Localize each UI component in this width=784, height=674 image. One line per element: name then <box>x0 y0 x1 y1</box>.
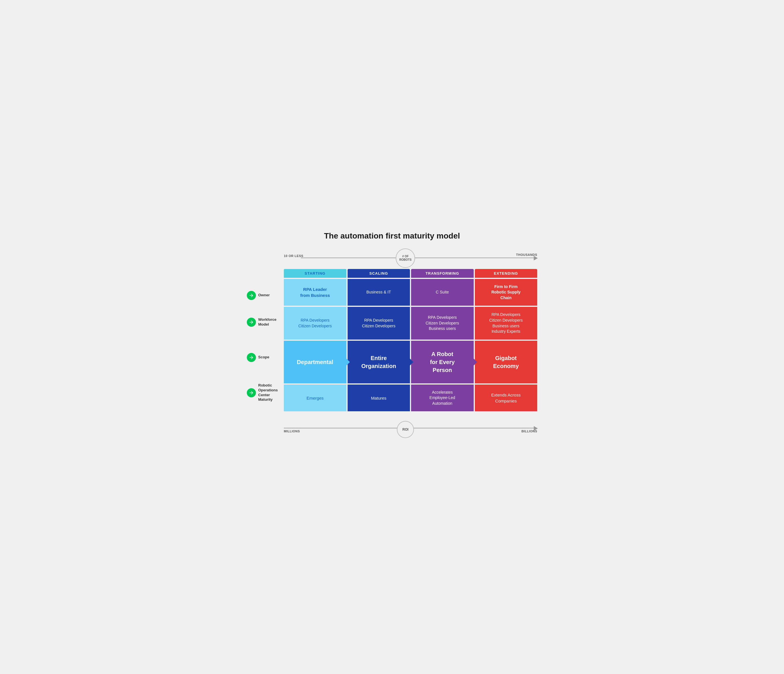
scope-starting-cell: Departmental <box>284 341 347 384</box>
owner-extending-cell: Firm to FirmRobotic SupplyChain <box>475 279 537 306</box>
owner-starting-cell: RPA Leaderfrom Business <box>284 279 347 306</box>
col-header-transforming: TRANSFORMING <box>411 269 474 278</box>
scope-arrow-icon <box>247 353 256 362</box>
page-title: The automation first maturity model <box>247 231 537 241</box>
roc-starting-cell: Emerges <box>284 385 347 412</box>
workforce-transforming-cell: RPA DevelopersCitizen DevelopersBusiness… <box>411 307 474 339</box>
col-header-starting: STARTING <box>284 269 347 278</box>
owner-row-label: Owner <box>247 283 284 308</box>
scope-transforming-cell: A Robotfor EveryPerson <box>411 341 474 384</box>
top-axis-line <box>301 258 537 258</box>
workforce-row: RPA DevelopersCitizen Developers RPA Dev… <box>284 307 537 339</box>
scope-label-text: Scope <box>258 355 269 360</box>
main-container: The automation first maturity model 10 O… <box>235 223 549 452</box>
grid-wrapper: Owner WorkforceModel Scope <box>247 269 537 412</box>
roi-circle: ROI <box>397 421 414 438</box>
roc-arrow-icon <box>247 388 256 398</box>
robots-circle: # OFROBOTS <box>396 248 415 268</box>
scope-row-label: Scope <box>247 336 284 379</box>
workforce-arrow-icon <box>247 318 256 327</box>
owner-transforming-cell: C Suite <box>411 279 474 306</box>
scope-scaling-cell: EntireOrganization <box>348 341 410 384</box>
workforce-row-label: WorkforceModel <box>247 309 284 335</box>
owner-row: RPA Leaderfrom Business Business & IT C … <box>284 279 537 306</box>
bottom-axis: MILLIONS BILLIONS ROI <box>284 414 537 437</box>
scope-extending-cell: GigabotEconomy <box>475 341 537 384</box>
workforce-extending-cell: RPA DevelopersCitizen DevelopersBusiness… <box>475 307 537 339</box>
owner-label-text: Owner <box>258 293 269 298</box>
top-axis-right-label: THOUSANDS <box>516 253 537 256</box>
roc-label-text: RoboticOperationsCenterMaturity <box>258 383 278 402</box>
roc-scaling-cell: Matures <box>348 385 410 412</box>
owner-scaling-cell: Business & IT <box>348 279 410 306</box>
grid-main: STARTING SCALING TRANSFORMING EXTENDING … <box>284 269 537 412</box>
bottom-axis-left-label: MILLIONS <box>284 430 300 433</box>
roc-row-label: RoboticOperationsCenterMaturity <box>247 380 284 405</box>
workforce-scaling-cell: RPA DevelopersCitizen Developers <box>348 307 410 339</box>
owner-arrow-icon <box>247 291 256 300</box>
col-header-scaling: SCALING <box>348 269 410 278</box>
column-headers: STARTING SCALING TRANSFORMING EXTENDING <box>284 269 537 278</box>
workforce-starting-cell: RPA DevelopersCitizen Developers <box>284 307 347 339</box>
top-axis-left-label: 10 OR LESS <box>284 254 303 258</box>
workforce-label-text: WorkforceModel <box>258 317 277 327</box>
roc-extending-cell: Extends AcrossCompanies <box>475 385 537 412</box>
bottom-axis-right-label: BILLIONS <box>521 430 537 433</box>
roc-transforming-cell: AcceleratesEmployee-LedAutomation <box>411 385 474 412</box>
scope-row: Departmental EntireOrganization A Robotf… <box>284 341 537 384</box>
col-header-extending: EXTENDING <box>475 269 537 278</box>
top-axis: 10 OR LESS THOUSANDS # OFROBOTS <box>284 249 537 266</box>
roc-row: Emerges Matures AcceleratesEmployee-LedA… <box>284 385 537 412</box>
row-labels: Owner WorkforceModel Scope <box>247 269 284 412</box>
label-spacer <box>247 269 284 281</box>
